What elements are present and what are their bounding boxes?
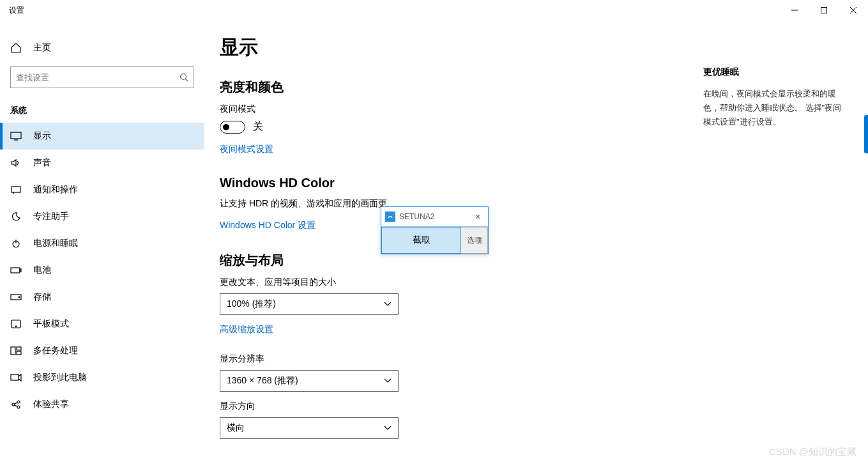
sidebar-item-label: 存储: [33, 291, 51, 303]
resolution-label: 显示分辨率: [220, 353, 868, 365]
svg-line-24: [15, 403, 17, 404]
svg-rect-6: [11, 132, 21, 139]
svg-rect-20: [11, 374, 19, 380]
scale-value: 100% (推荐): [227, 298, 276, 310]
capture-button[interactable]: 截取: [381, 227, 461, 254]
sidebar-item-label: 多任务处理: [33, 345, 78, 357]
sidebar-item-label: 声音: [33, 157, 51, 169]
window-controls: [780, 0, 868, 20]
toggle-state: 关: [253, 120, 263, 134]
svg-rect-1: [821, 8, 827, 13]
tablet-icon: [10, 320, 22, 328]
share-icon: [10, 399, 22, 410]
sidebar-item-tablet[interactable]: 平板模式: [0, 311, 204, 337]
svg-point-23: [17, 406, 20, 408]
minimize-button[interactable]: [780, 0, 809, 20]
svg-rect-11: [11, 268, 20, 273]
home-icon: [10, 42, 22, 54]
svg-rect-18: [17, 347, 21, 350]
svg-rect-8: [11, 187, 20, 192]
search-icon: [179, 73, 188, 82]
dialog-titlebar[interactable]: SETUNA2 ×: [381, 207, 488, 226]
tip-body: 在晚间，夜间模式会显示较柔和的暖色，帮助你进入睡眠状态。 选择"夜间模式设置"进…: [703, 87, 846, 129]
options-button[interactable]: 选项: [461, 227, 488, 254]
sidebar-item-label: 平板模式: [33, 318, 69, 330]
sidebar-item-power[interactable]: 电源和睡眠: [0, 230, 204, 257]
sound-icon: [10, 158, 22, 167]
hdcolor-desc: 让支持 HDR 的视频、游戏和应用的画面更: [220, 198, 868, 210]
sidebar-item-notifications[interactable]: 通知和操作: [0, 176, 204, 203]
home-button[interactable]: 主页: [0, 36, 204, 60]
sidebar-item-multitask[interactable]: 多任务处理: [0, 337, 204, 364]
scale-header: 缩放与布局: [220, 252, 868, 269]
sidebar-item-project[interactable]: 投影到此电脑: [0, 364, 204, 391]
display-icon: [10, 132, 22, 141]
orientation-value: 横向: [227, 422, 245, 434]
scale-link[interactable]: 高级缩放设置: [220, 324, 273, 335]
storage-icon: [10, 294, 22, 300]
power-icon: [10, 238, 22, 249]
sidebar-item-storage[interactable]: 存储: [0, 284, 204, 311]
titlebar: 设置: [0, 0, 868, 20]
watermark: CSDN @知识的宝藏: [769, 446, 857, 458]
chevron-down-icon: [384, 302, 392, 307]
search-input[interactable]: [10, 66, 194, 88]
setuna-dialog: SETUNA2 × 截取 选项: [381, 206, 489, 254]
toggle-thumb: [223, 124, 229, 130]
sidebar-item-label: 体验共享: [33, 399, 69, 410]
svg-point-4: [181, 74, 187, 80]
sidebar-item-battery[interactable]: 电池: [0, 257, 204, 284]
hdcolor-header: Windows HD Color: [220, 176, 868, 190]
maximize-button[interactable]: [809, 0, 839, 20]
scale-label: 更改文本、应用等项目的大小: [220, 277, 868, 288]
sidebar-item-label: 专注助手: [33, 211, 69, 222]
sidebar-item-focus[interactable]: 专注助手: [0, 203, 204, 230]
svg-point-16: [15, 326, 17, 327]
svg-point-21: [12, 403, 15, 406]
sidebar-item-label: 投影到此电脑: [33, 372, 87, 383]
night-mode-settings-link[interactable]: 夜间模式设置: [220, 144, 273, 155]
svg-line-5: [186, 79, 188, 82]
sidebar-item-display[interactable]: 显示: [0, 123, 204, 150]
sidebar: 主页 系统 显示 声音 通知和操作 专注助手 电源和睡眠: [0, 20, 204, 462]
svg-rect-12: [20, 269, 21, 272]
sidebar-item-shared[interactable]: 体验共享: [0, 391, 204, 418]
chevron-down-icon: [384, 426, 392, 431]
window-title: 设置: [9, 5, 24, 16]
page-title: 显示: [220, 35, 868, 61]
battery-icon: [10, 266, 22, 274]
search-field[interactable]: [16, 73, 179, 82]
project-icon: [10, 373, 22, 382]
resolution-dropdown[interactable]: 1360 × 768 (推荐): [220, 370, 399, 392]
app-icon: [385, 212, 395, 222]
hdcolor-link[interactable]: Windows HD Color 设置: [220, 220, 316, 231]
sidebar-item-label: 显示: [33, 130, 51, 142]
toggle-track: [220, 121, 245, 134]
resolution-value: 1360 × 768 (推荐): [227, 375, 298, 387]
svg-rect-17: [11, 347, 15, 355]
close-button[interactable]: [839, 0, 868, 20]
tip-title: 更优睡眠: [703, 66, 846, 78]
sidebar-item-label: 通知和操作: [33, 184, 78, 196]
notification-icon: [10, 185, 22, 194]
moon-icon: [10, 212, 22, 222]
sidebar-item-sound[interactable]: 声音: [0, 150, 204, 176]
svg-point-14: [19, 296, 20, 298]
svg-point-22: [17, 401, 20, 403]
sidebar-item-label: 电源和睡眠: [33, 238, 78, 249]
dialog-close-button[interactable]: ×: [471, 212, 484, 222]
orientation-label: 显示方向: [220, 401, 868, 412]
svg-line-25: [15, 405, 17, 406]
scrollbar-thumb[interactable]: [864, 115, 868, 153]
multitask-icon: [10, 346, 22, 355]
section-header: 系统: [0, 100, 204, 123]
scale-dropdown[interactable]: 100% (推荐): [220, 293, 399, 315]
home-label: 主页: [33, 42, 51, 54]
chevron-down-icon: [384, 378, 392, 383]
orientation-dropdown[interactable]: 横向: [220, 417, 399, 439]
sidebar-item-label: 电池: [33, 265, 51, 276]
tip-panel: 更优睡眠 在晚间，夜间模式会显示较柔和的暖色，帮助你进入睡眠状态。 选择"夜间模…: [703, 66, 846, 129]
dialog-title: SETUNA2: [399, 212, 434, 221]
svg-rect-19: [17, 351, 21, 355]
